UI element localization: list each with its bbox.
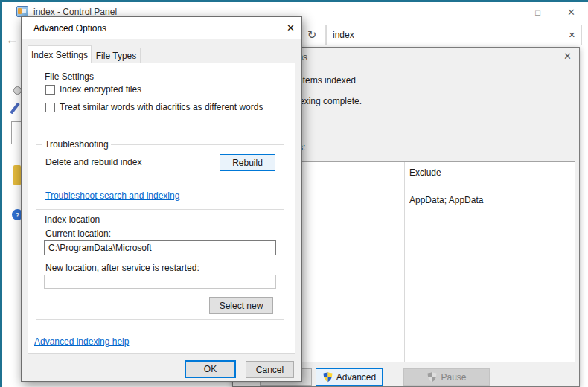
new-location-field[interactable] — [44, 275, 276, 289]
select-new-button[interactable]: Select new — [209, 297, 273, 314]
troubleshoot-link[interactable]: Troubleshoot search and indexing — [45, 191, 179, 201]
advanced-indexing-help-link[interactable]: Advanced indexing help — [34, 336, 129, 347]
diacritics-row: Treat similar words with diacritics as d… — [45, 102, 263, 112]
partial-pen-icon — [10, 103, 20, 115]
uac-shield-disabled-icon — [426, 371, 438, 383]
pause-button-label: Pause — [441, 372, 466, 383]
index-encrypted-files-row: Index encrypted files — [45, 84, 141, 95]
maximize-button[interactable]: □ — [521, 2, 555, 22]
index-encrypted-files-label: Index encrypted files — [60, 84, 141, 95]
close-window-button[interactable]: ✕ — [555, 2, 588, 22]
troubleshooting-group: Troubleshooting Delete and rebuild index… — [36, 144, 284, 210]
diacritics-label: Treat similar words with diacritics as d… — [60, 102, 263, 112]
advanced-options-close-icon[interactable]: ✕ — [287, 22, 295, 33]
pause-button: Pause — [403, 368, 490, 386]
search-value: index — [333, 30, 569, 40]
rebuild-button[interactable]: Rebuild — [220, 154, 275, 171]
tab-file-types[interactable]: File Types — [92, 48, 141, 63]
refresh-icon: ↻ — [307, 28, 317, 42]
current-location-field[interactable] — [44, 240, 276, 255]
indexing-complete-text: exing complete. — [299, 96, 362, 106]
delete-rebuild-text: Delete and rebuild index — [45, 157, 141, 167]
partial-folder-icon — [13, 165, 21, 185]
advanced-options-titlebar: Advanced Options ✕ — [22, 17, 301, 39]
new-location-label: New location, after service is restarted… — [45, 263, 199, 273]
minimize-button[interactable]: – — [488, 2, 521, 22]
exclude-column-header: Exclude — [409, 167, 441, 178]
tab-index-settings[interactable]: Index Settings — [28, 45, 92, 63]
advanced-options-dialog: Advanced Options ✕ Index Settings File T… — [21, 16, 302, 382]
file-settings-group-label: File Settings — [42, 71, 96, 82]
partial-field-fragment — [11, 121, 22, 144]
list-column-divider — [404, 162, 405, 362]
search-clear-icon[interactable]: ✕ — [569, 31, 575, 40]
ok-button[interactable]: OK — [185, 360, 236, 378]
advanced-options-title: Advanced Options — [33, 23, 106, 33]
current-location-label: Current location: — [45, 228, 111, 239]
index-settings-tab-page: File Settings Index encrypted files Trea… — [28, 63, 295, 354]
indexing-options-close-icon[interactable]: ✕ — [563, 51, 572, 62]
desktop-background: index - Control Panel – □ ✕ ← ↻ index ✕ … — [0, 0, 588, 387]
index-location-group-label: Index location — [42, 214, 102, 225]
index-location-group: Index location Current location: New loc… — [36, 220, 284, 320]
window-title: index - Control Panel — [33, 7, 117, 17]
file-settings-group: File Settings Index encrypted files Trea… — [36, 77, 284, 127]
diacritics-checkbox[interactable] — [45, 103, 55, 112]
list-item[interactable]: AppData; AppData — [409, 195, 483, 205]
uac-shield-icon — [322, 371, 333, 383]
back-arrow-icon[interactable]: ← — [5, 32, 19, 48]
index-encrypted-files-checkbox[interactable] — [45, 85, 55, 95]
search-input[interactable]: index ✕ — [326, 25, 582, 45]
cancel-button[interactable]: Cancel — [246, 361, 294, 378]
troubleshooting-group-label: Troubleshooting — [42, 139, 111, 150]
items-indexed-text: items indexed — [301, 75, 356, 86]
advanced-button-label: Advanced — [336, 372, 376, 383]
control-panel-app-icon — [16, 6, 28, 17]
advanced-button[interactable]: Advanced — [316, 368, 383, 386]
